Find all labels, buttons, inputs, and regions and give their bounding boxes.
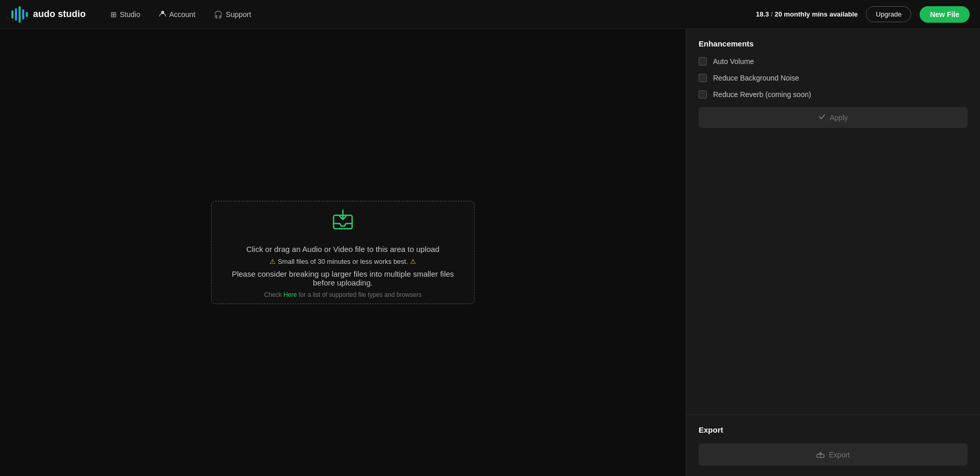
enhancement-label-reduce-bg-noise: Reduce Background Noise — [713, 74, 799, 82]
upload-dropzone[interactable]: Click or drag an Audio or Video file to … — [211, 201, 475, 304]
nav-label-support: Support — [226, 10, 251, 19]
upload-larger-files-text: Please consider breaking up larger files… — [222, 269, 464, 287]
upload-here-link[interactable]: Here — [283, 291, 297, 298]
upload-link-suffix: for a list of supported file types and b… — [297, 291, 421, 298]
mins-label: monthly mins available — [784, 10, 858, 18]
warning-icon-right: ⚠ — [410, 258, 416, 265]
mins-info: 18.3 / 20 monthly mins available — [756, 10, 858, 18]
upload-warning-text: ⚠ Small files of 30 minutes or less work… — [270, 258, 416, 265]
svg-rect-4 — [26, 12, 28, 17]
apply-icon — [818, 113, 826, 122]
mins-total: 20 — [774, 10, 782, 18]
upload-warning-inner: Small files of 30 minutes or less works … — [278, 258, 410, 265]
header-right: 18.3 / 20 monthly mins available Upgrade… — [756, 6, 970, 23]
main-layout: Click or drag an Audio or Video file to … — [0, 29, 980, 476]
upgrade-button[interactable]: Upgrade — [866, 6, 911, 22]
nav-item-support[interactable]: 🎧 Support — [206, 6, 259, 23]
enhancement-label-reduce-reverb: Reduce Reverb (coming soon) — [713, 90, 811, 99]
export-title: Export — [699, 425, 968, 434]
apply-label: Apply — [830, 114, 848, 122]
upload-main-text: Click or drag an Audio or Video file to … — [246, 245, 439, 253]
svg-rect-0 — [11, 10, 13, 19]
warning-icon-left: ⚠ — [270, 258, 276, 265]
enhancement-item-reduce-reverb: Reduce Reverb (coming soon) — [699, 90, 968, 99]
nav-item-studio[interactable]: ⊞ Studio — [102, 6, 149, 23]
checkbox-reduce-bg-noise[interactable] — [699, 74, 707, 82]
svg-rect-2 — [19, 6, 21, 23]
export-section: Export Export — [686, 415, 980, 476]
nav-label-studio: Studio — [120, 10, 140, 19]
export-icon — [816, 450, 825, 459]
logo-icon — [10, 5, 29, 24]
export-button[interactable]: Export — [699, 443, 968, 466]
nav-item-account[interactable]: Account — [151, 6, 204, 23]
app-header: audo studio ⊞ Studio Account 🎧 Support 1… — [0, 0, 980, 29]
studio-icon: ⊞ — [110, 10, 117, 19]
enhancement-item-auto-volume: Auto Volume — [699, 57, 968, 66]
logo: audo studio — [10, 5, 86, 24]
account-icon — [159, 10, 166, 19]
export-label: Export — [829, 451, 849, 459]
logo-text: audo studio — [33, 9, 86, 20]
enhancement-item-reduce-bg-noise: Reduce Background Noise — [699, 74, 968, 82]
mins-used: 18.3 — [756, 10, 769, 18]
apply-button[interactable]: Apply — [699, 107, 968, 128]
checkbox-auto-volume[interactable] — [699, 57, 707, 66]
right-sidebar: Enhancements Auto Volume Reduce Backgrou… — [686, 29, 980, 476]
main-nav: ⊞ Studio Account 🎧 Support — [102, 6, 259, 23]
support-icon: 🎧 — [214, 10, 223, 19]
left-area: Click or drag an Audio or Video file to … — [0, 29, 686, 476]
upload-link-text: Check Here for a list of supported file … — [264, 291, 422, 298]
svg-rect-3 — [22, 9, 24, 20]
nav-label-account: Account — [169, 10, 196, 19]
sidebar-spacer — [686, 138, 980, 415]
upload-link-prefix: Check — [264, 291, 283, 298]
enhancement-label-auto-volume: Auto Volume — [713, 57, 754, 66]
new-file-button[interactable]: New File — [920, 6, 970, 23]
svg-rect-1 — [15, 8, 17, 21]
upload-icon — [330, 207, 355, 236]
enhancements-section: Enhancements Auto Volume Reduce Backgrou… — [686, 29, 980, 138]
checkbox-reduce-reverb[interactable] — [699, 90, 707, 99]
enhancements-title: Enhancements — [699, 39, 968, 48]
